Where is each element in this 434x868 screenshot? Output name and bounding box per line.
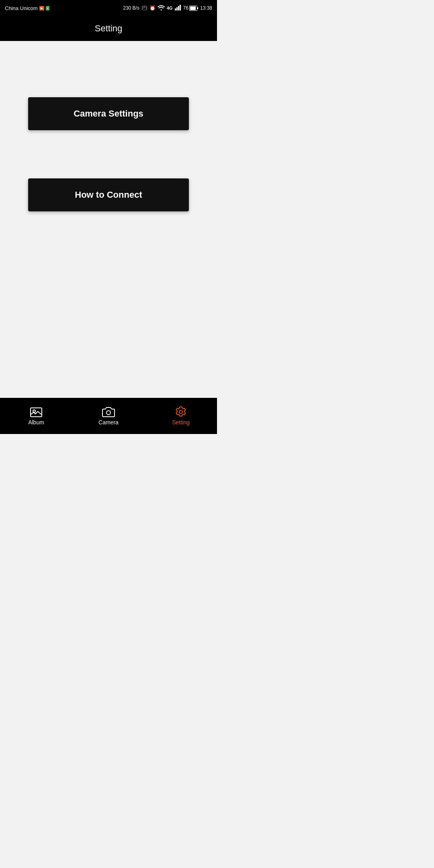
svg-rect-2 bbox=[178, 6, 179, 10]
time: 13:38 bbox=[200, 5, 212, 11]
app-header: Setting bbox=[0, 16, 217, 41]
carrier-icon2: ▪ bbox=[46, 6, 49, 10]
carrier-name: China Unicom bbox=[5, 5, 38, 11]
main-content: Camera Settings How to Connect bbox=[0, 41, 217, 398]
nav-item-album[interactable]: Album bbox=[0, 406, 72, 426]
signal-bars-icon bbox=[175, 5, 181, 12]
battery-percent: 76 bbox=[183, 5, 188, 11]
svg-point-9 bbox=[106, 411, 111, 415]
svg-rect-5 bbox=[190, 6, 196, 10]
svg-rect-1 bbox=[176, 7, 178, 10]
nav-label-album: Album bbox=[28, 419, 44, 426]
setting-icon bbox=[174, 406, 187, 418]
4g-icon: 4G bbox=[167, 6, 173, 10]
network-speed: 230 B/s bbox=[123, 5, 139, 11]
how-to-connect-button[interactable]: How to Connect bbox=[28, 178, 189, 211]
bottom-nav: Album Camera Setting bbox=[0, 398, 217, 434]
nav-label-setting: Setting bbox=[172, 419, 190, 426]
carrier-icon1: ▶ bbox=[39, 6, 44, 10]
page-title: Setting bbox=[95, 23, 123, 34]
battery-icon: 76 bbox=[183, 5, 198, 11]
album-icon bbox=[30, 406, 43, 418]
status-bar: China Unicom ▶ ▪ 230 B/s 📳 ⏰ 4G 76 bbox=[0, 0, 217, 16]
svg-rect-0 bbox=[175, 8, 176, 10]
camera-icon bbox=[102, 406, 115, 418]
nav-item-camera[interactable]: Camera bbox=[72, 406, 145, 426]
svg-rect-6 bbox=[197, 7, 198, 9]
alarm-icon: ⏰ bbox=[149, 5, 156, 11]
camera-settings-button[interactable]: Camera Settings bbox=[28, 97, 189, 130]
nav-item-setting[interactable]: Setting bbox=[145, 406, 217, 426]
vibrate-icon: 📳 bbox=[141, 5, 147, 11]
status-left: China Unicom ▶ ▪ bbox=[5, 5, 49, 11]
status-right: 230 B/s 📳 ⏰ 4G 76 bbox=[123, 5, 212, 12]
wifi-icon bbox=[158, 5, 165, 12]
svg-rect-7 bbox=[31, 408, 42, 417]
svg-rect-3 bbox=[180, 5, 181, 10]
nav-label-camera: Camera bbox=[98, 419, 119, 426]
